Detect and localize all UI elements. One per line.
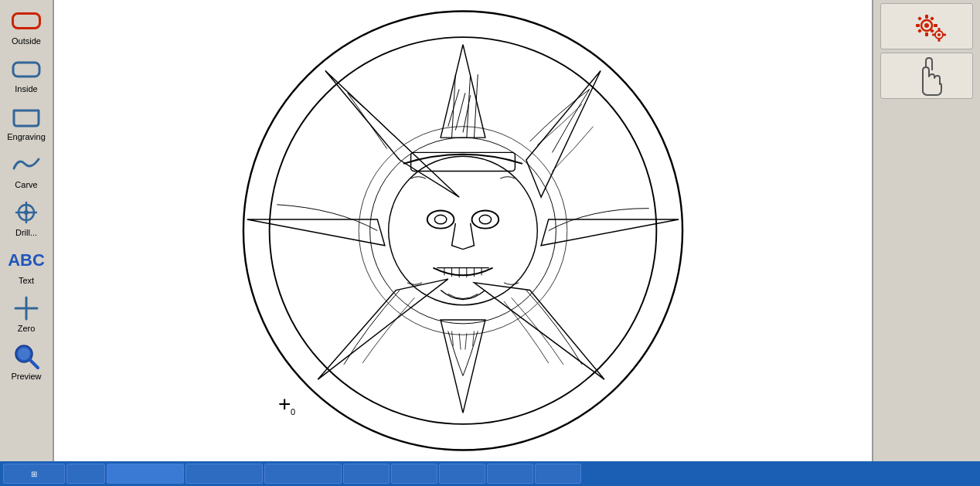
svg-point-21 [479, 215, 491, 224]
svg-point-5 [24, 210, 29, 215]
outside-icon-area [11, 7, 42, 35]
taskbar-btn-4[interactable] [264, 464, 342, 484]
svg-rect-43 [934, 24, 937, 27]
carve-icon [11, 153, 42, 176]
taskbar-btn-1[interactable] [66, 464, 105, 484]
engraving-icon [11, 104, 42, 129]
svg-line-34 [465, 333, 467, 349]
taskbar-btn-3[interactable] [185, 464, 263, 484]
taskbar-start-button[interactable]: ⊞ [3, 464, 65, 484]
svg-point-49 [937, 33, 941, 36]
preview-icon-area [11, 342, 42, 370]
preview-icon [12, 342, 41, 371]
taskbar-btn-9[interactable] [535, 464, 581, 484]
preview-label: Preview [11, 372, 41, 381]
svg-rect-0 [13, 63, 39, 76]
drill-icon-area [11, 199, 42, 226]
drill-label: Drill... [15, 228, 37, 237]
outside-icon [12, 12, 41, 29]
hand-pointer-button[interactable] [880, 53, 973, 99]
svg-rect-17 [411, 152, 516, 171]
svg-point-12 [270, 37, 657, 424]
abc-icon: ABC [8, 252, 45, 269]
engraving-icon-area [11, 103, 42, 131]
svg-line-30 [455, 93, 465, 130]
gear-icon [903, 7, 950, 46]
outside-button[interactable]: Outside [2, 3, 51, 49]
carve-icon-area [11, 151, 42, 178]
hand-icon [907, 55, 946, 97]
svg-line-33 [459, 333, 461, 349]
zero-icon [12, 294, 40, 322]
svg-rect-44 [917, 16, 922, 21]
engraving-button[interactable]: Engraving [2, 99, 51, 145]
inside-button[interactable]: Inside [2, 51, 51, 97]
zero-button[interactable]: Zero [2, 291, 51, 337]
svg-line-10 [30, 360, 38, 368]
svg-point-11 [243, 11, 682, 450]
svg-rect-52 [932, 34, 935, 36]
taskbar-btn-7[interactable] [439, 464, 485, 484]
text-button[interactable]: ABC Text [2, 243, 51, 289]
svg-point-18 [427, 211, 454, 229]
zero-icon-area [11, 294, 42, 322]
svg-point-37 [359, 127, 567, 335]
carve-button[interactable]: Carve [2, 147, 51, 193]
svg-rect-46 [917, 29, 922, 33]
zero-label: Zero [18, 324, 36, 333]
svg-point-20 [434, 215, 446, 224]
left-toolbar: Outside Inside Engraving [0, 0, 54, 461]
taskbar-btn-6[interactable] [391, 464, 437, 484]
svg-rect-51 [938, 39, 941, 42]
taskbar-btn-8[interactable] [487, 464, 533, 484]
design-canvas [54, 0, 872, 461]
svg-rect-41 [925, 32, 928, 36]
settings-gear-button[interactable] [880, 3, 973, 49]
engraving-label: Engraving [7, 132, 46, 141]
right-panel [872, 0, 980, 461]
drill-button[interactable]: Drill... [2, 195, 51, 241]
canvas-area[interactable]: + 0 [54, 0, 872, 461]
svg-point-19 [472, 211, 499, 229]
outside-label: Outside [12, 36, 41, 46]
inside-icon [11, 58, 42, 80]
taskbar: ⊞ [0, 461, 980, 486]
svg-point-9 [18, 348, 30, 360]
inside-icon-area [11, 55, 42, 83]
svg-rect-42 [916, 24, 920, 27]
svg-rect-45 [930, 16, 934, 21]
inside-label: Inside [15, 84, 37, 93]
svg-point-39 [924, 23, 929, 28]
text-label: Text [19, 276, 34, 285]
drill-icon [12, 199, 40, 226]
svg-rect-40 [925, 15, 928, 19]
carve-label: Carve [15, 180, 37, 189]
svg-rect-50 [938, 28, 941, 31]
text-icon-area: ABC [11, 246, 42, 274]
taskbar-btn-2[interactable] [107, 464, 184, 484]
taskbar-btn-5[interactable] [343, 464, 390, 484]
preview-button[interactable]: Preview [2, 338, 51, 385]
svg-rect-53 [943, 34, 946, 36]
